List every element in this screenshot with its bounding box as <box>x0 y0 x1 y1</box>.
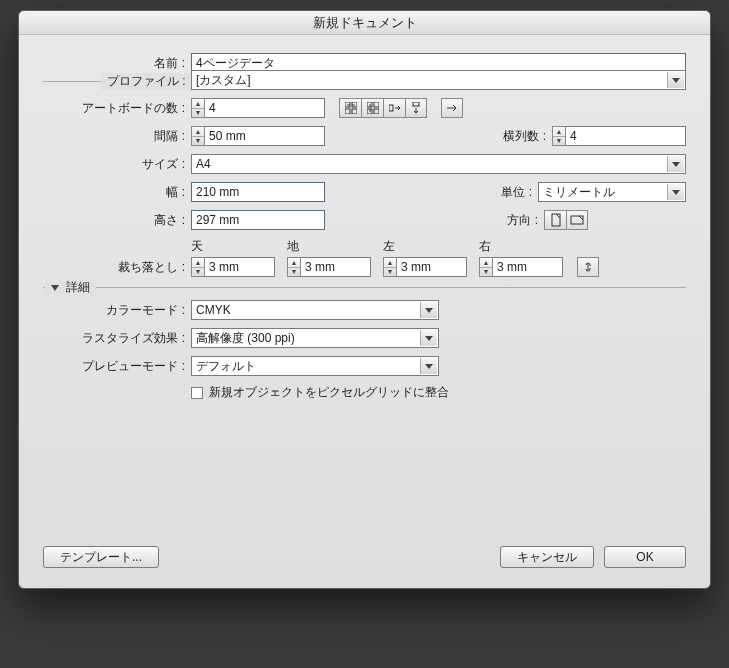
columns-input[interactable] <box>566 126 686 146</box>
svg-rect-11 <box>571 216 583 224</box>
raster-effects-select[interactable]: 高解像度 (300 ppi) <box>191 328 439 348</box>
grid-by-column-icon[interactable] <box>361 98 383 118</box>
bleed-label: 裁ち落とし : <box>43 259 191 276</box>
svg-rect-5 <box>374 102 379 107</box>
svg-rect-9 <box>413 102 419 106</box>
bleed-top-stepper[interactable]: ▲▼ <box>191 257 275 277</box>
layout-direction-icon[interactable] <box>441 98 463 118</box>
templates-button[interactable]: テンプレート... <box>43 546 159 568</box>
align-pixel-grid-label: 新規オブジェクトをピクセルグリッドに整合 <box>209 384 449 401</box>
profile-select[interactable]: [カスタム] <box>191 70 686 90</box>
ok-button[interactable]: OK <box>604 546 686 568</box>
cancel-button[interactable]: キャンセル <box>500 546 594 568</box>
advanced-disclosure-icon[interactable] <box>51 285 59 291</box>
bleed-top-input[interactable] <box>205 257 275 277</box>
advanced-label: 詳細 <box>66 280 90 294</box>
units-value: ミリメートル <box>543 184 615 201</box>
units-label: 単位 : <box>501 184 538 201</box>
size-label: サイズ : <box>43 156 191 173</box>
arrange-column-icon[interactable] <box>405 98 427 118</box>
artboard-layout-group <box>339 98 427 118</box>
orientation-group <box>544 210 588 230</box>
height-input[interactable] <box>191 210 325 230</box>
bleed-left-stepper[interactable]: ▲▼ <box>383 257 467 277</box>
dialog-title: 新規ドキュメント <box>19 11 710 35</box>
size-value: A4 <box>196 157 211 171</box>
raster-effects-label: ラスタライズ効果 : <box>43 330 191 347</box>
height-label: 高さ : <box>43 212 191 229</box>
spacing-input[interactable] <box>205 126 325 146</box>
artboards-label: アートボードの数 : <box>43 100 191 117</box>
dialog-window: 新規ドキュメント 名前 : プロファイル : [カスタム] アートボードの数 : <box>18 10 711 589</box>
size-select[interactable]: A4 <box>191 154 686 174</box>
bleed-left-input[interactable] <box>397 257 467 277</box>
svg-rect-2 <box>345 109 350 114</box>
bleed-right-label: 右 <box>479 238 575 255</box>
preview-mode-select[interactable]: デフォルト <box>191 356 439 376</box>
color-mode-select[interactable]: CMYK <box>191 300 439 320</box>
width-label: 幅 : <box>43 184 191 201</box>
bleed-right-input[interactable] <box>493 257 563 277</box>
svg-rect-8 <box>389 105 393 111</box>
bleed-right-stepper[interactable]: ▲▼ <box>479 257 563 277</box>
align-pixel-grid-checkbox[interactable] <box>191 387 203 399</box>
artboards-input[interactable] <box>205 98 325 118</box>
preview-mode-value: デフォルト <box>196 358 256 375</box>
profile-value: [カスタム] <box>196 72 251 89</box>
name-label: 名前 : <box>43 55 191 72</box>
columns-stepper[interactable]: ▲▼ <box>552 126 686 146</box>
dialog-content: 名前 : プロファイル : [カスタム] アートボードの数 : ▲▼ <box>19 35 710 532</box>
units-select[interactable]: ミリメートル <box>538 182 686 202</box>
orientation-landscape-icon[interactable] <box>566 210 588 230</box>
color-mode-value: CMYK <box>196 303 231 317</box>
bleed-left-label: 左 <box>383 238 479 255</box>
color-mode-label: カラーモード : <box>43 302 191 319</box>
svg-rect-3 <box>352 109 357 114</box>
grid-by-row-icon[interactable] <box>339 98 361 118</box>
width-input[interactable] <box>191 182 325 202</box>
bleed-bottom-label: 地 <box>287 238 383 255</box>
svg-rect-10 <box>552 214 560 226</box>
bleed-header-row: 天 地 左 右 <box>191 238 686 255</box>
orientation-portrait-icon[interactable] <box>544 210 566 230</box>
columns-label: 横列数 : <box>503 128 552 145</box>
dialog-footer: テンプレート... キャンセル OK <box>19 532 710 588</box>
bleed-top-label: 天 <box>191 238 287 255</box>
raster-effects-value: 高解像度 (300 ppi) <box>196 330 295 347</box>
spacing-stepper[interactable]: ▲▼ <box>191 126 325 146</box>
preview-mode-label: プレビューモード : <box>43 358 191 375</box>
orientation-label: 方向 : <box>507 212 544 229</box>
arrange-row-icon[interactable] <box>383 98 405 118</box>
spacing-label: 間隔 : <box>43 128 191 145</box>
artboards-stepper[interactable]: ▲▼ <box>191 98 325 118</box>
bleed-bottom-stepper[interactable]: ▲▼ <box>287 257 371 277</box>
profile-label: プロファイル : <box>107 74 186 88</box>
bleed-bottom-input[interactable] <box>301 257 371 277</box>
link-bleed-icon[interactable] <box>577 257 599 277</box>
svg-rect-7 <box>374 109 379 114</box>
